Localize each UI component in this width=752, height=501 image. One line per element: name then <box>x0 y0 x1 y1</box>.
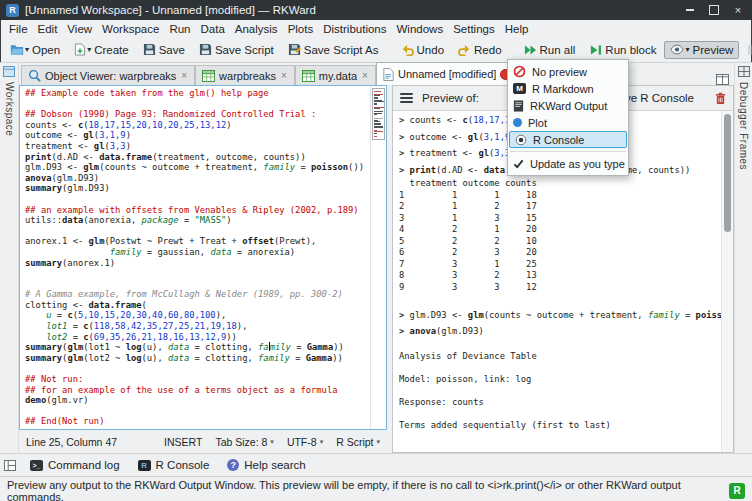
rkward-window: { "titlebar": { "title": "[Unnamed Works… <box>0 0 752 501</box>
save-script-label: Save Script <box>215 44 274 56</box>
menu-run[interactable]: Run <box>164 22 195 36</box>
save-script-as-button[interactable]: Save Script As <box>282 40 385 59</box>
code-line: anova(glm.D93) <box>25 173 370 184</box>
r-engine-status-indicator[interactable]: R <box>729 483 745 499</box>
preview-label: Preview <box>693 44 734 56</box>
command-log-label: Command log <box>48 459 120 471</box>
menu-item-label: Plot <box>528 117 547 129</box>
console-line: Analysis of Deviance Table <box>399 351 722 363</box>
editor-status-items: INSERTTab Size: 8▾UTF-8▾R Script▾ <box>164 436 380 448</box>
minimize-button[interactable] <box>684 4 696 16</box>
close-icon[interactable]: × <box>180 70 188 81</box>
undo-button[interactable]: Undo <box>395 41 451 59</box>
r-console-button[interactable]: RR Console <box>134 458 214 472</box>
console-line: 3 1 3 15 <box>399 213 722 225</box>
menu-analysis[interactable]: Analysis <box>230 22 283 36</box>
console-line: 8 3 2 13 <box>399 270 722 282</box>
code-line: ## Dobson (1990) Page 93: Randomized Con… <box>25 109 370 120</box>
tab-label: my.data <box>319 70 357 82</box>
spreadsheet-icon <box>202 70 215 82</box>
preview-menu-no-preview[interactable]: No preview <box>508 63 628 80</box>
code-line <box>25 268 370 279</box>
preview-menu-update-as-you-type[interactable]: Update as you type <box>508 155 628 172</box>
help-search-button[interactable]: ?Help search <box>223 458 309 472</box>
console-line: 5 2 2 10 <box>399 236 722 248</box>
status-utf-8[interactable]: UTF-8▾ <box>287 436 323 448</box>
menu-edit[interactable]: Edit <box>33 22 63 36</box>
status-insert[interactable]: INSERT <box>164 436 202 448</box>
console-line <box>399 409 722 421</box>
code-editor[interactable]: ## Example code taken from the glm() hel… <box>20 86 370 429</box>
console-line <box>399 386 722 398</box>
console-line: 6 2 3 20 <box>399 247 722 259</box>
run-all-button[interactable]: Run all <box>518 41 582 59</box>
maximize-button[interactable] <box>708 4 720 16</box>
code-line: ## Example code taken from the glm() hel… <box>25 88 370 99</box>
code-line: clotting <- data.frame( <box>25 300 370 311</box>
preview-button[interactable]: ▾Preview <box>664 41 739 59</box>
preview-menu-r-markdown[interactable]: MR Markdown <box>508 80 628 97</box>
split-view-icon[interactable] <box>716 74 729 85</box>
hamburger-icon[interactable] <box>400 93 413 103</box>
code-line: ## End(Not run) <box>25 416 370 427</box>
command-log-button[interactable]: >_Command log <box>26 458 124 472</box>
scrollbar-thumb[interactable] <box>724 114 731 232</box>
preview-menu-r-console[interactable]: R Console <box>509 131 627 148</box>
cd-to-script-directory-button[interactable]: CD to script directory <box>741 41 752 59</box>
menu-plots[interactable]: Plots <box>283 22 319 36</box>
trash-icon[interactable] <box>715 92 726 105</box>
editor-minimap[interactable] <box>370 86 386 429</box>
tab-warpbreaks[interactable]: warpbreaks× <box>195 65 295 85</box>
preview-icon <box>670 44 684 55</box>
window-controls: × <box>684 4 746 16</box>
run-all-label: Run all <box>540 44 576 56</box>
spreadsheet-icon <box>302 70 315 82</box>
menu-distributions[interactable]: Distributions <box>318 22 391 36</box>
preview-menu-plot[interactable]: Plot <box>508 114 628 131</box>
close-icon[interactable]: × <box>280 70 288 81</box>
tool-views-icon[interactable] <box>4 460 16 471</box>
menu-data[interactable]: Data <box>196 22 230 36</box>
tab-object-viewer-warpbreaks[interactable]: Object Viewer: warpbreaks× <box>21 65 195 85</box>
menu-file[interactable]: File <box>4 22 33 36</box>
save-label: Save <box>159 44 185 56</box>
tab-label: warpbreaks <box>219 70 276 82</box>
menu-windows[interactable]: Windows <box>391 22 448 36</box>
preview-menu-rkward-output[interactable]: RKWard Output <box>508 97 628 114</box>
minimap-line <box>374 136 377 137</box>
status-r-script[interactable]: R Script▾ <box>336 436 380 448</box>
sidebar-workspace-button[interactable]: Workspace <box>0 63 19 453</box>
save-script-button[interactable]: Save Script <box>193 40 280 59</box>
console-line: treatment outcome counts <box>399 178 722 190</box>
save-script-as-label: Save Script As <box>304 44 379 56</box>
preview-scrollbar[interactable] <box>721 111 733 452</box>
code-line: utils::data(anorexia, package = "MASS") <box>25 215 370 226</box>
open-button[interactable]: ▾Open <box>4 41 66 59</box>
menu-help[interactable]: Help <box>500 22 534 36</box>
tab-unnamed-modified[interactable]: Unnamed [modified] <box>376 62 518 85</box>
run-block-button[interactable]: Run block <box>583 41 662 59</box>
menu-item-label: R Console <box>533 134 584 146</box>
menu-item-label: R Markdown <box>532 83 594 95</box>
menu-workspace[interactable]: Workspace <box>97 22 164 36</box>
code-line <box>25 194 370 205</box>
status-tab-size-8[interactable]: Tab Size: 8▾ <box>215 436 273 448</box>
create-button[interactable]: ▾Create <box>68 40 135 59</box>
menu-view[interactable]: View <box>62 22 97 36</box>
help-search-label: Help search <box>244 459 305 471</box>
redo-button[interactable]: Redo <box>452 41 508 59</box>
menu-settings[interactable]: Settings <box>448 22 500 36</box>
close-icon[interactable]: × <box>361 70 369 81</box>
save-button[interactable]: Save <box>137 40 191 59</box>
sidebar-debugger-frames-button[interactable]: Debugger Frames <box>734 63 752 453</box>
dropdown-caret-icon: ▾ <box>87 45 91 54</box>
save-icon <box>199 43 212 56</box>
run-all-icon <box>524 44 537 56</box>
tab-my-data[interactable]: my.data× <box>295 65 376 85</box>
undo-icon <box>401 44 414 56</box>
workspace-icon <box>3 66 15 77</box>
redo-icon <box>458 44 471 56</box>
console-line: > anova(glm.D93) <box>399 326 722 338</box>
code-line: lot2 = c(69,35,26,21,18,16,13,12,9)) <box>25 332 370 343</box>
close-button[interactable]: × <box>732 4 744 16</box>
